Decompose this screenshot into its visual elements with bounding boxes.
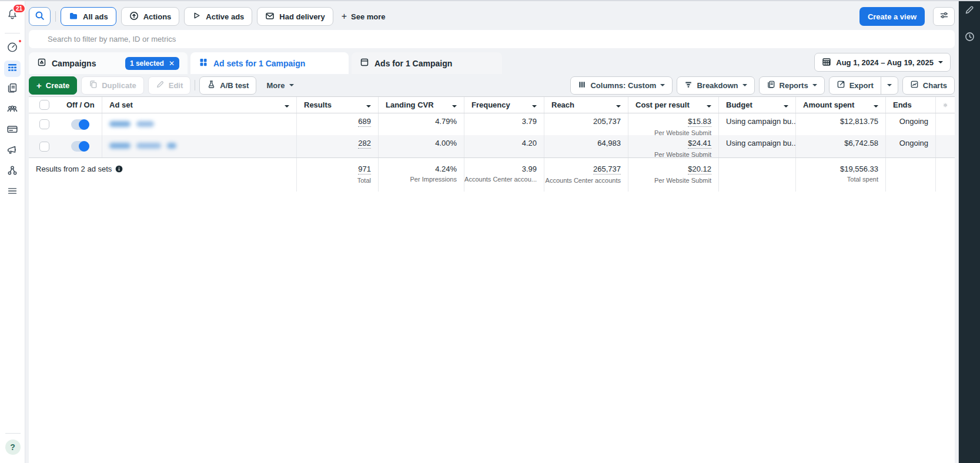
- header-budget[interactable]: Budget: [718, 97, 795, 113]
- sidebar-item-advertising[interactable]: [4, 143, 21, 159]
- row-checkbox[interactable]: [39, 119, 49, 129]
- sort-icon[interactable]: [529, 100, 537, 109]
- sidebar-item-all-tools[interactable]: [4, 184, 21, 200]
- view-settings-button[interactable]: [933, 7, 955, 26]
- filter-had-delivery[interactable]: Had delivery: [257, 7, 333, 26]
- sidebar-item-account-overview[interactable]: [4, 40, 21, 56]
- ends-value: Ongoing: [899, 117, 928, 126]
- header-landing-cvr[interactable]: Landing CVR: [378, 97, 464, 113]
- export-icon: [837, 80, 845, 90]
- sort-icon[interactable]: [780, 100, 788, 109]
- budget-value: Using campaign bu...: [726, 139, 795, 147]
- sort-icon[interactable]: [281, 100, 289, 109]
- reports-button[interactable]: Reports: [759, 76, 825, 95]
- sidebar-item-business-assets[interactable]: [4, 163, 21, 180]
- duplicate-label: Duplicate: [102, 81, 136, 90]
- edit-button[interactable]: Edit: [148, 76, 191, 95]
- ad-set-toggle-on[interactable]: [71, 141, 89, 152]
- summary-results[interactable]: 971: [358, 165, 371, 175]
- table-settings-gear-icon[interactable]: [935, 97, 955, 113]
- filter-active-ads[interactable]: Active ads: [184, 7, 252, 26]
- create-a-view-button[interactable]: Create a view: [859, 7, 925, 26]
- search-input[interactable]: [29, 30, 955, 48]
- sort-icon[interactable]: [449, 100, 457, 109]
- summary-frequency-sub: Per Accounts Center accou...: [464, 176, 537, 183]
- duplicate-button[interactable]: Duplicate: [81, 76, 144, 95]
- header-ends[interactable]: Ends: [885, 97, 935, 113]
- chevron-down-icon: [742, 84, 747, 86]
- filter-all-ads[interactable]: All ads: [61, 7, 116, 26]
- folder-icon: [69, 11, 78, 22]
- select-all-checkbox[interactable]: [39, 100, 49, 110]
- breakdown-button[interactable]: Breakdown: [677, 76, 754, 95]
- sort-icon[interactable]: [870, 100, 878, 109]
- help-button[interactable]: ?: [5, 439, 21, 455]
- ab-test-button[interactable]: A/B test: [199, 76, 256, 95]
- cost-per-result-value[interactable]: $24.41: [688, 139, 711, 149]
- more-button[interactable]: More: [260, 76, 299, 95]
- chevron-down-icon: [812, 84, 817, 86]
- header-reach[interactable]: Reach: [544, 97, 628, 113]
- export-button[interactable]: Export: [830, 77, 881, 94]
- sidebar-item-ads-reporting[interactable]: [4, 81, 21, 98]
- table-row[interactable]: 282 4.00% 4.20 64,983 $24.41 Per Website…: [29, 135, 955, 157]
- sidebar-item-audiences[interactable]: [4, 102, 21, 118]
- right-tools-panel: [958, 0, 980, 463]
- header-ad-set[interactable]: Ad set: [102, 97, 296, 113]
- pencil-icon[interactable]: [964, 5, 975, 18]
- search-filter-button[interactable]: [29, 7, 51, 26]
- breakdown-icon: [684, 80, 693, 90]
- reach-value: 64,983: [597, 139, 621, 147]
- header-results[interactable]: Results: [296, 97, 378, 113]
- filter-actions[interactable]: Actions: [121, 7, 180, 26]
- tab-ads[interactable]: Ads for 1 Campaign: [352, 52, 502, 74]
- row-checkbox[interactable]: [39, 142, 49, 152]
- clock-icon[interactable]: [965, 32, 975, 44]
- filter-bar: All ads Actions Active ads Had delivery …: [29, 7, 955, 26]
- header-amount-spent[interactable]: Amount spent: [795, 97, 885, 113]
- notifications-button[interactable]: 21: [4, 7, 21, 24]
- ad-set-name-cell[interactable]: [102, 113, 296, 135]
- sort-icon[interactable]: [363, 100, 371, 109]
- search-icon: [35, 11, 45, 23]
- main-content: All ads Actions Active ads Had delivery …: [25, 1, 958, 463]
- top-divider: [0, 0, 980, 1]
- cost-per-result-sub: Per Website Submit: [654, 129, 711, 135]
- clear-selection-icon[interactable]: ✕: [169, 59, 175, 68]
- results-value[interactable]: 282: [358, 139, 371, 149]
- results-value[interactable]: 689: [358, 117, 371, 127]
- date-range-picker[interactable]: Aug 1, 2024 – Aug 19, 2025: [814, 53, 951, 72]
- header-frequency[interactable]: Frequency: [464, 97, 544, 113]
- frequency-value: 4.20: [522, 139, 537, 147]
- table-row[interactable]: 689 4.79% 3.79 205,737 $15.83 Per Websit…: [29, 113, 955, 135]
- megaphone-icon: [6, 143, 19, 159]
- selected-count-badge[interactable]: 1 selected ✕: [125, 57, 179, 70]
- campaigns-tab-icon: [37, 58, 46, 69]
- tab-campaigns[interactable]: Campaigns 1 selected ✕: [29, 52, 188, 74]
- sidebar-item-billing[interactable]: [4, 122, 21, 139]
- summary-results-sub: Total: [357, 177, 371, 184]
- reach-value: 205,737: [593, 117, 621, 126]
- landing-cvr-value: 4.00%: [435, 139, 457, 147]
- export-options-button[interactable]: [881, 77, 898, 94]
- redacted-ad-set-name: [109, 113, 160, 127]
- sort-icon[interactable]: [703, 100, 711, 109]
- header-cost-per-result[interactable]: Cost per result: [628, 97, 718, 113]
- info-icon[interactable]: [115, 165, 123, 173]
- sort-icon[interactable]: [613, 100, 621, 109]
- filter-label: Actions: [143, 12, 172, 21]
- tab-ad-sets[interactable]: Ad sets for 1 Campaign: [190, 52, 349, 74]
- columns-button[interactable]: Columns: Custom: [570, 76, 673, 95]
- ad-set-toggle-on[interactable]: [71, 119, 89, 130]
- sidebar-item-campaigns[interactable]: [4, 61, 21, 77]
- create-button[interactable]: + Create: [29, 76, 77, 95]
- charts-button[interactable]: Charts: [902, 76, 955, 95]
- chevron-down-icon: [938, 61, 943, 63]
- summary-cost-per-result[interactable]: $20.12: [688, 165, 711, 175]
- table-summary-row: Results from 2 ad sets 971 Total 4.24% P…: [29, 157, 955, 192]
- tab-label: Ad sets for 1 Campaign: [213, 59, 305, 68]
- ad-set-name-cell[interactable]: [102, 135, 296, 157]
- summary-reach[interactable]: 265,737: [593, 165, 621, 175]
- see-more-filters-button[interactable]: + See more: [338, 12, 389, 21]
- cost-per-result-value[interactable]: $15.83: [688, 117, 711, 127]
